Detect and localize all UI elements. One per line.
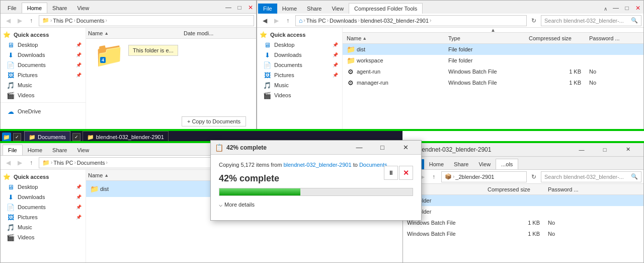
cancel-button[interactable]: ✕ xyxy=(399,166,413,180)
sidebar-quickaccess-back[interactable]: ⭐ Quick access xyxy=(1,30,86,40)
sidebar-desktop-back[interactable]: 🖥 Desktop 📌 xyxy=(1,40,86,50)
sidebar-videos-lower-back[interactable]: 🎬 Videos xyxy=(1,232,86,242)
tab-share-back[interactable]: Share xyxy=(47,3,72,13)
tab-share-lower-front[interactable]: Share xyxy=(449,159,473,169)
breadcrumb-back[interactable]: 📁 › This PC › Documents › xyxy=(39,15,254,26)
sidebar-quickaccess-lower-back[interactable]: ⭐ Quick access xyxy=(1,172,86,182)
sidebar-music-lower-back[interactable]: 🎵 Music xyxy=(1,222,86,232)
tab-home-lower-back[interactable]: Home xyxy=(23,145,47,155)
tab-ct-lower-front[interactable]: ...ols xyxy=(496,159,518,169)
tab-file-back[interactable]: File xyxy=(3,3,22,13)
up-btn-lower-back[interactable]: ↑ xyxy=(26,157,37,168)
up-btn-lower-front[interactable]: ↑ xyxy=(428,171,439,182)
sidebar-documents-front[interactable]: 📄 Documents 📌 xyxy=(257,60,342,70)
tab-view-lower-front[interactable]: View xyxy=(473,159,496,169)
tab-view-lower-back[interactable]: View xyxy=(72,145,94,155)
dialog-source-link[interactable]: blendnet-032_blender-2901 xyxy=(283,162,351,168)
maximize-btn-lower-front[interactable]: □ xyxy=(593,143,616,157)
tab-file-lower-back[interactable]: File xyxy=(3,145,23,155)
bc-blendnet-lower-front[interactable]: _2blender-2901 xyxy=(455,174,494,180)
back-btn-lower-back[interactable]: ◀ xyxy=(3,157,14,168)
more-details-toggle[interactable]: ⌵ More details xyxy=(219,201,413,208)
file-row-1-lower-front[interactable]: File folder xyxy=(403,195,643,206)
sidebar-videos-back[interactable]: 🎬 Videos xyxy=(1,90,86,100)
sidebar-documents-back[interactable]: 📄 Documents 📌 xyxy=(1,60,86,70)
tab-home-lower-front[interactable]: Home xyxy=(424,159,449,169)
file-row-3-lower-front[interactable]: Windows Batch File 1 KB No xyxy=(403,217,643,228)
col-name-header-back[interactable]: Name ▲ xyxy=(88,30,184,36)
back-btn-front[interactable]: ◀ xyxy=(259,15,270,26)
refresh-btn-front[interactable]: ↻ xyxy=(529,16,539,26)
file-row-managerrun[interactable]: ⚙ manager-run Windows Batch File 1 KB No xyxy=(343,77,643,88)
bc-thispc-front[interactable]: This PC xyxy=(306,18,326,24)
tab-compressed-folder-tools[interactable]: Compressed Folder Tools xyxy=(349,3,423,14)
sidebar-music-back[interactable]: 🎵 Music xyxy=(1,80,86,90)
search-box-front[interactable]: Search blendnet-032_blender-... 🔍 xyxy=(541,15,641,26)
sidebar-downloads-front[interactable]: ⬇ Downloads 📌 xyxy=(257,50,342,60)
th-pw-front[interactable]: Password ... xyxy=(589,35,639,41)
bc-thispc-lower-back[interactable]: This PC xyxy=(53,160,73,166)
dialog-maximize-btn[interactable]: □ xyxy=(371,141,394,155)
sidebar-pictures-back[interactable]: 🖼 Pictures 📌 xyxy=(1,70,86,80)
ribbon-chevron[interactable]: ∧ xyxy=(601,4,610,14)
sidebar-documents-lower-back[interactable]: 📄 Documents 📌 xyxy=(1,202,86,212)
file-row-workspace[interactable]: 📁 workspace File folder xyxy=(343,55,643,66)
maximize-btn-back[interactable]: □ xyxy=(234,2,245,13)
sidebar-pictures-lower-back[interactable]: 🖼 Pictures 📌 xyxy=(1,212,86,222)
file-row-agentrun[interactable]: ⚙ agent-run Windows Batch File 1 KB No xyxy=(343,66,643,77)
th-name-front[interactable]: Name ▲ xyxy=(347,35,448,41)
file-row-2-lower-front[interactable]: File folder xyxy=(403,206,643,217)
refresh-btn-lower-front[interactable]: ↻ xyxy=(529,172,539,182)
up-btn-front[interactable]: ↑ xyxy=(282,15,293,26)
sidebar-pictures-front[interactable]: 🖼 Pictures 📌 xyxy=(257,70,342,80)
checkbox-taskbar2[interactable]: ✓ xyxy=(72,133,80,141)
checkbox-taskbar[interactable]: ✓ xyxy=(13,133,21,141)
bc-downloads-front[interactable]: Downloads xyxy=(330,18,357,24)
bc-thispc-back[interactable]: 📁 xyxy=(42,17,49,24)
forward-btn-front[interactable]: ▶ xyxy=(271,15,282,26)
close-btn-lower-front[interactable]: ✕ xyxy=(616,143,639,157)
tab-share-front[interactable]: Share xyxy=(302,4,327,14)
tab-home-back[interactable]: Home xyxy=(22,3,47,13)
file-row-4-lower-front[interactable]: Windows Batch File 1 KB No xyxy=(403,228,643,239)
close-btn-back[interactable]: ✕ xyxy=(245,2,256,13)
sidebar-quickaccess-front[interactable]: ⭐ Quick access xyxy=(257,30,342,40)
file-explorer-taskbar-icon[interactable]: 📁 xyxy=(2,133,11,142)
sidebar-desktop-lower-back[interactable]: 🖥 Desktop 📌 xyxy=(1,182,86,192)
sidebar-onedrive-back[interactable]: ☁ OneDrive xyxy=(1,106,86,116)
th-pw-lower-front[interactable]: Password ... xyxy=(548,186,598,192)
sidebar-downloads-lower-back[interactable]: ⬇ Downloads 📌 xyxy=(1,192,86,202)
copy-to-documents-btn[interactable]: + Copy to Documents xyxy=(182,116,246,126)
forward-btn-back[interactable]: ▶ xyxy=(14,15,25,26)
close-btn-front[interactable]: ✕ xyxy=(632,3,643,14)
breadcrumb-front[interactable]: ⌂ › This PC › Downloads › blendnet-032_b… xyxy=(295,15,527,26)
tab-view-back[interactable]: View xyxy=(72,3,94,13)
file-row-dist[interactable]: 📁 dist File folder xyxy=(343,44,643,55)
dialog-minimize-btn[interactable]: — xyxy=(348,141,371,155)
th-type-front[interactable]: Type xyxy=(448,35,529,41)
tab-home-front[interactable]: Home xyxy=(277,4,302,14)
maximize-btn-front[interactable]: □ xyxy=(621,3,632,14)
bc-documents-lower-back[interactable]: Documents xyxy=(77,160,105,166)
tab-view-front[interactable]: View xyxy=(327,4,349,14)
back-btn-back[interactable]: ◀ xyxy=(3,15,14,26)
minimize-btn-front[interactable]: — xyxy=(610,3,621,14)
search-box-lower-front[interactable]: Search blendnet-032_blender-... 🔍 xyxy=(541,171,641,182)
bc-documents-back[interactable]: Documents xyxy=(76,18,105,24)
dialog-close-btn[interactable]: ✕ xyxy=(394,141,417,155)
dialog-dest-link[interactable]: Documents xyxy=(359,162,387,168)
sidebar-downloads-back[interactable]: ⬇ Downloads 📌 xyxy=(1,50,86,60)
up-btn-back[interactable]: ↑ xyxy=(26,15,37,26)
minimize-btn-back[interactable]: — xyxy=(223,2,234,13)
col-date-header-back[interactable]: Date modi... xyxy=(184,30,254,36)
bc-blendnet-front[interactable]: blendnet-032_blender-2901 xyxy=(361,18,429,24)
forward-btn-lower-back[interactable]: ▶ xyxy=(14,157,25,168)
th-cs-lower-front[interactable]: Compressed size xyxy=(488,186,548,192)
minimize-btn-lower-front[interactable]: — xyxy=(570,143,593,157)
sidebar-desktop-front[interactable]: 🖥 Desktop 📌 xyxy=(257,40,342,50)
pause-button[interactable]: ⏸ xyxy=(384,166,398,180)
bc-thispc-label-back[interactable]: This PC xyxy=(53,18,72,24)
sidebar-videos-front[interactable]: 🎬 Videos xyxy=(257,90,342,100)
sidebar-music-front[interactable]: 🎵 Music xyxy=(257,80,342,90)
th-cs-front[interactable]: Compressed size xyxy=(529,35,589,41)
